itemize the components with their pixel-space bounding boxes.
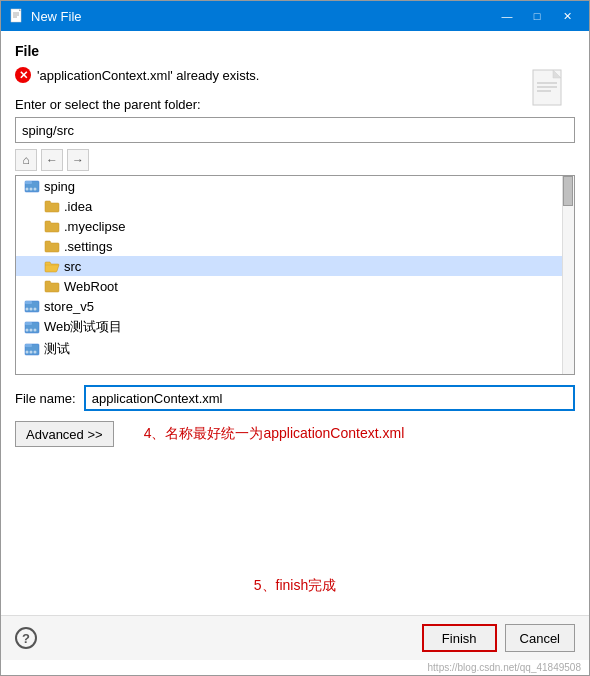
project-icon: [24, 341, 40, 357]
tree-item-label: .settings: [64, 239, 112, 254]
svg-point-12: [26, 188, 29, 191]
window-title: New File: [31, 9, 493, 24]
new-file-dialog: New File — □ ✕ File ✕ 'applicati: [0, 0, 590, 676]
project-icon: [24, 178, 40, 194]
svg-point-28: [30, 351, 33, 354]
project-icon: [24, 298, 40, 314]
tree-item-label: sping: [44, 179, 75, 194]
project-icon: [24, 319, 40, 335]
file-document-icon: [531, 69, 571, 117]
tree-item[interactable]: WebRoot: [16, 276, 574, 296]
svg-point-14: [34, 188, 37, 191]
folder-icon: [44, 198, 60, 214]
forward-nav-button[interactable]: →: [67, 149, 89, 171]
error-icon: ✕: [15, 67, 31, 83]
finish-button[interactable]: Finish: [422, 624, 497, 652]
tree-item[interactable]: Web测试项目: [16, 316, 574, 338]
folder-icon: [44, 238, 60, 254]
advanced-row: Advanced >> 4、名称最好统一为applicationContext.…: [15, 421, 575, 447]
dialog-content: File ✕ 'applicationContext.xml' already …: [1, 31, 589, 615]
tree-item[interactable]: .settings: [16, 236, 574, 256]
parent-folder-input[interactable]: [15, 117, 575, 143]
advanced-button[interactable]: Advanced >>: [15, 421, 114, 447]
svg-point-27: [26, 351, 29, 354]
nav-bar: ⌂ ← →: [15, 149, 575, 171]
back-nav-button[interactable]: ←: [41, 149, 63, 171]
tree-item[interactable]: src: [16, 256, 574, 276]
svg-rect-26: [25, 344, 32, 347]
tree-item-label: src: [64, 259, 81, 274]
parent-folder-label: Enter or select the parent folder:: [15, 97, 575, 112]
title-bar: New File — □ ✕: [1, 1, 589, 31]
tree-item[interactable]: sping: [16, 176, 574, 196]
svg-point-19: [34, 308, 37, 311]
error-row: ✕ 'applicationContext.xml' already exist…: [15, 67, 575, 83]
home-nav-button[interactable]: ⌂: [15, 149, 37, 171]
folder-tree[interactable]: sping.idea.myeclipse.settingssrcWebRoots…: [15, 175, 575, 375]
svg-rect-16: [25, 301, 32, 304]
folder-open-icon: [44, 258, 60, 274]
error-message: 'applicationContext.xml' already exists.: [37, 68, 259, 83]
tree-item-label: store_v5: [44, 299, 94, 314]
minimize-button[interactable]: —: [493, 6, 521, 26]
annotation-2: 5、finish完成: [15, 577, 575, 595]
tree-item-label: .idea: [64, 199, 92, 214]
filename-input[interactable]: [84, 385, 575, 411]
svg-point-29: [34, 351, 37, 354]
window-icon: [9, 8, 25, 24]
svg-point-18: [30, 308, 33, 311]
folder-icon: [44, 278, 60, 294]
maximize-button[interactable]: □: [523, 6, 551, 26]
svg-point-23: [30, 329, 33, 332]
window-controls: — □ ✕: [493, 6, 581, 26]
tree-item[interactable]: store_v5: [16, 296, 574, 316]
svg-point-22: [26, 329, 29, 332]
bottom-bar: ? Finish Cancel: [1, 615, 589, 660]
cancel-button[interactable]: Cancel: [505, 624, 575, 652]
tree-item-label: Web测试项目: [44, 318, 123, 336]
close-button[interactable]: ✕: [553, 6, 581, 26]
tree-item-label: WebRoot: [64, 279, 118, 294]
folder-icon: [44, 218, 60, 234]
help-button[interactable]: ?: [15, 627, 37, 649]
scrollbar-thumb[interactable]: [563, 176, 573, 206]
tree-item[interactable]: 测试: [16, 338, 574, 360]
filename-row: File name:: [15, 385, 575, 411]
tree-item-label: 测试: [44, 340, 70, 358]
svg-rect-21: [25, 322, 32, 325]
annotation-1: 4、名称最好统一为applicationContext.xml: [144, 425, 405, 443]
section-title: File: [15, 43, 575, 59]
svg-rect-11: [25, 181, 32, 184]
svg-point-13: [30, 188, 33, 191]
tree-item[interactable]: .myeclipse: [16, 216, 574, 236]
svg-point-24: [34, 329, 37, 332]
svg-point-17: [26, 308, 29, 311]
tree-item[interactable]: .idea: [16, 196, 574, 216]
watermark: https://blog.csdn.net/qq_41849508: [1, 660, 589, 675]
tree-scrollbar[interactable]: [562, 176, 574, 374]
tree-item-label: .myeclipse: [64, 219, 125, 234]
filename-label: File name:: [15, 391, 76, 406]
